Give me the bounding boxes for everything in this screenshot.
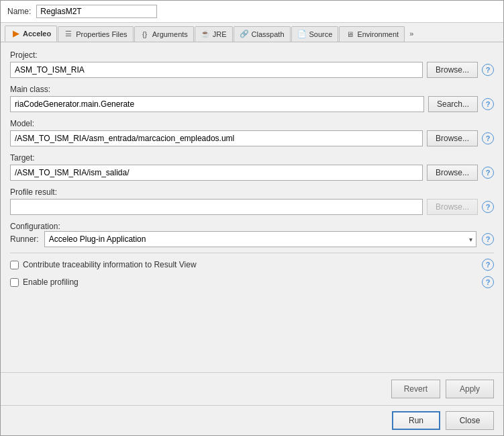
target-browse-button[interactable]: Browse... — [427, 165, 478, 181]
main-class-input[interactable] — [10, 96, 424, 112]
runner-row: Runner: Acceleo Plug-in ApplicationAccel… — [10, 231, 494, 247]
runner-help-icon[interactable]: ? — [482, 233, 494, 245]
tab-environment[interactable]: 🖥 Environment — [339, 26, 405, 42]
model-help-icon[interactable]: ? — [482, 132, 494, 144]
name-input[interactable] — [36, 5, 157, 18]
traceability-checkbox[interactable] — [10, 261, 19, 269]
profiling-row: Enable profiling ? — [10, 276, 494, 288]
configuration-section: Configuration: Runner: Acceleo Plug-in A… — [10, 222, 494, 247]
model-field-group: Browse... ? — [10, 130, 494, 146]
profile-result-input[interactable] — [10, 199, 423, 215]
main-class-field-row: Main class: Search... ? — [10, 85, 494, 112]
tab-more[interactable]: » — [405, 27, 417, 40]
project-label: Project: — [10, 50, 494, 60]
title-bar: Name: — [1, 1, 503, 23]
jre-icon: ☕ — [201, 30, 210, 39]
tab-arguments-label: Arguments — [152, 30, 188, 38]
target-label: Target: — [10, 153, 494, 163]
tab-jre-label: JRE — [213, 30, 227, 38]
target-field-row: Target: Browse... ? — [10, 153, 494, 181]
content-area: Project: Browse... ? Main class: Search.… — [1, 42, 503, 372]
bottom-buttons: Revert Apply — [1, 372, 503, 405]
tab-jre[interactable]: ☕ JRE — [195, 26, 233, 42]
tab-source[interactable]: 📄 Source — [291, 26, 339, 42]
tab-arguments[interactable]: {} Arguments — [134, 26, 194, 42]
profiling-help-icon[interactable]: ? — [482, 276, 494, 288]
revert-button[interactable]: Revert — [391, 380, 440, 398]
traceability-help-icon[interactable]: ? — [482, 259, 494, 271]
tab-acceleo-label: Acceleo — [23, 30, 51, 38]
runner-select-wrapper: Acceleo Plug-in ApplicationAcceleo Stand… — [44, 231, 476, 247]
main-class-field-group: Search... ? — [10, 96, 494, 112]
acceleo-icon: ▶ — [11, 29, 20, 38]
target-help-icon[interactable]: ? — [482, 167, 494, 179]
project-browse-button[interactable]: Browse... — [427, 62, 478, 78]
target-field-group: Browse... ? — [10, 165, 494, 181]
profile-result-field-row: Profile result: Browse... ? — [10, 187, 494, 215]
profile-result-browse-button: Browse... — [427, 199, 478, 215]
traceability-row: Contribute traceability information to R… — [10, 259, 494, 271]
tab-properties-label: Properties Files — [76, 30, 127, 38]
configuration-label: Configuration: — [10, 222, 60, 231]
profile-result-help-icon[interactable]: ? — [482, 201, 494, 213]
profile-result-field-group: Browse... ? — [10, 199, 494, 215]
tab-environment-label: Environment — [357, 30, 399, 38]
tabs-bar: ▶ Acceleo ☰ Properties Files {} Argument… — [1, 23, 503, 42]
tab-source-label: Source — [309, 30, 333, 38]
project-input[interactable] — [10, 62, 423, 78]
main-class-search-button[interactable]: Search... — [428, 96, 478, 112]
close-button[interactable]: Close — [446, 411, 494, 430]
run-button[interactable]: Run — [392, 411, 440, 430]
arguments-icon: {} — [140, 30, 150, 39]
tab-classpath[interactable]: 🔗 Classpath — [234, 26, 291, 42]
project-field-row: Project: Browse... ? — [10, 50, 494, 78]
classpath-icon: 🔗 — [240, 30, 249, 39]
runner-label: Runner: — [10, 234, 39, 244]
project-field-group: Browse... ? — [10, 62, 494, 78]
model-browse-button[interactable]: Browse... — [427, 130, 478, 146]
tab-properties[interactable]: ☰ Properties Files — [58, 26, 133, 42]
tab-classpath-label: Classpath — [252, 30, 285, 38]
properties-icon: ☰ — [64, 30, 73, 39]
name-label: Name: — [7, 7, 31, 16]
source-icon: 📄 — [297, 30, 307, 39]
model-input[interactable] — [10, 130, 423, 146]
target-input[interactable] — [10, 165, 423, 181]
traceability-label[interactable]: Contribute traceability information to R… — [23, 260, 197, 269]
runner-select[interactable]: Acceleo Plug-in ApplicationAcceleo Stand… — [44, 231, 476, 247]
main-dialog: Name: ▶ Acceleo ☰ Properties Files {} Ar… — [0, 0, 504, 436]
main-class-label: Main class: — [10, 85, 494, 94]
tab-acceleo[interactable]: ▶ Acceleo — [5, 26, 57, 42]
tab-more-label: » — [409, 30, 413, 38]
apply-button[interactable]: Apply — [446, 380, 494, 398]
project-help-icon[interactable]: ? — [482, 64, 494, 76]
profiling-checkbox[interactable] — [10, 278, 19, 287]
footer-buttons: Run Close — [1, 405, 503, 435]
model-field-row: Model: Browse... ? — [10, 119, 494, 146]
separator — [10, 253, 494, 253]
environment-icon: 🖥 — [345, 30, 354, 39]
main-class-help-icon[interactable]: ? — [482, 98, 494, 110]
model-label: Model: — [10, 119, 494, 128]
profile-result-label: Profile result: — [10, 187, 494, 197]
profiling-label[interactable]: Enable profiling — [23, 277, 79, 287]
